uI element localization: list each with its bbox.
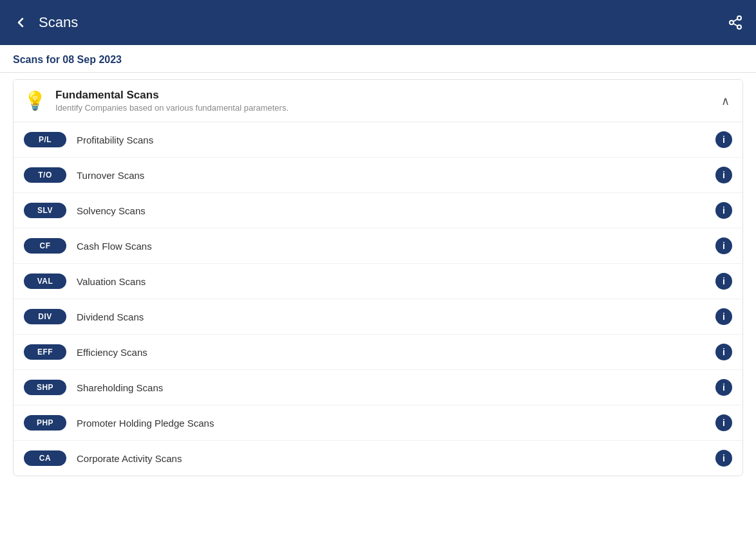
scan-info-button[interactable]: i: [715, 202, 732, 219]
share-button[interactable]: [728, 15, 743, 30]
scan-item[interactable]: CA Corporate Activity Scans i: [14, 441, 742, 476]
back-button[interactable]: [13, 15, 28, 30]
scan-item[interactable]: PHP Promoter Holding Pledge Scans i: [14, 405, 742, 441]
scan-label: Efficiency Scans: [77, 347, 147, 358]
header: Scans: [0, 0, 756, 45]
scan-item[interactable]: SLV Solvency Scans i: [14, 193, 742, 228]
subheader: Scans for 08 Sep 2023: [0, 45, 756, 73]
scan-info-button[interactable]: i: [715, 344, 732, 360]
svg-point-2: [737, 25, 741, 29]
scan-badge: T/O: [24, 167, 66, 183]
scan-item[interactable]: DIV Dividend Scans i: [14, 299, 742, 335]
scan-info-button[interactable]: i: [715, 379, 732, 396]
scan-badge: DIV: [24, 309, 66, 324]
scan-item[interactable]: EFF Efficiency Scans i: [14, 335, 742, 370]
scan-badge: SLV: [24, 203, 66, 218]
scan-info-button[interactable]: i: [715, 308, 732, 325]
scan-badge: EFF: [24, 344, 66, 360]
scan-item-left: SHP Shareholding Scans: [24, 380, 163, 395]
subheader-title: Scans for 08 Sep 2023: [13, 54, 743, 66]
scan-badge: CA: [24, 450, 66, 466]
scan-label: Dividend Scans: [77, 311, 144, 322]
section-header: 💡 Fundamental Scans Identify Companies b…: [14, 80, 742, 122]
scan-label: Valuation Scans: [77, 276, 146, 287]
scan-item-left: PHP Promoter Holding Pledge Scans: [24, 415, 214, 431]
scan-item[interactable]: VAL Valuation Scans i: [14, 264, 742, 299]
svg-point-0: [737, 16, 741, 20]
scan-label: Profitability Scans: [77, 134, 153, 145]
scan-item-left: EFF Efficiency Scans: [24, 344, 147, 360]
svg-line-4: [733, 19, 738, 22]
section-title-group: Fundamental Scans Identify Companies bas…: [55, 89, 288, 113]
scan-badge: SHP: [24, 380, 66, 395]
bulb-icon: 💡: [24, 92, 46, 110]
scan-item[interactable]: P/L Profitability Scans i: [14, 122, 742, 158]
header-title: Scans: [39, 14, 78, 31]
scan-badge: PHP: [24, 415, 66, 431]
scan-info-button[interactable]: i: [715, 414, 732, 431]
scan-label: Solvency Scans: [77, 205, 146, 216]
scan-item-left: CA Corporate Activity Scans: [24, 450, 182, 466]
scan-badge: VAL: [24, 274, 66, 289]
scan-list: P/L Profitability Scans i T/O Turnover S…: [14, 122, 742, 476]
svg-line-3: [733, 24, 738, 26]
scan-info-button[interactable]: i: [715, 167, 732, 183]
scan-info-button[interactable]: i: [715, 131, 732, 148]
content-area: 💡 Fundamental Scans Identify Companies b…: [0, 73, 756, 547]
scan-info-button[interactable]: i: [715, 237, 732, 254]
scan-item-left: SLV Solvency Scans: [24, 203, 146, 218]
header-left: Scans: [13, 14, 78, 31]
scan-info-button[interactable]: i: [715, 450, 732, 467]
scan-label: Turnover Scans: [77, 170, 144, 181]
scan-item[interactable]: T/O Turnover Scans i: [14, 158, 742, 193]
scan-badge: CF: [24, 238, 66, 254]
scan-item-left: P/L Profitability Scans: [24, 132, 153, 147]
section-subtitle: Identify Companies based on various fund…: [55, 103, 288, 113]
scan-label: Promoter Holding Pledge Scans: [77, 418, 214, 429]
section-header-left: 💡 Fundamental Scans Identify Companies b…: [24, 89, 288, 113]
fundamental-scans-section: 💡 Fundamental Scans Identify Companies b…: [13, 79, 743, 476]
section-title: Fundamental Scans: [55, 89, 288, 102]
scan-info-button[interactable]: i: [715, 273, 732, 290]
scan-item[interactable]: SHP Shareholding Scans i: [14, 370, 742, 405]
scan-item-left: VAL Valuation Scans: [24, 274, 146, 289]
section-toggle-button[interactable]: ∧: [719, 94, 732, 108]
scan-item-left: DIV Dividend Scans: [24, 309, 144, 324]
scan-label: Shareholding Scans: [77, 382, 163, 393]
scan-label: Cash Flow Scans: [77, 241, 152, 252]
app-container: Scans Scans for 08 Sep 2023 💡 Fundamenta: [0, 0, 756, 547]
scan-item-left: CF Cash Flow Scans: [24, 238, 152, 254]
scan-item[interactable]: CF Cash Flow Scans i: [14, 228, 742, 264]
scan-label: Corporate Activity Scans: [77, 453, 182, 464]
scan-badge: P/L: [24, 132, 66, 147]
svg-point-1: [730, 21, 733, 24]
scan-item-left: T/O Turnover Scans: [24, 167, 144, 183]
